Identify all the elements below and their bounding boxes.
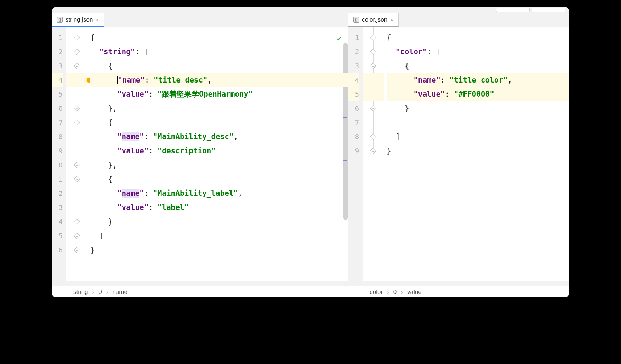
ide-window: {} string.json × 1 2 3 4 5 6 7 8 9 0 1 [52,7,569,297]
code-line[interactable]: } [387,144,569,158]
line-number: 4 [52,215,63,229]
horizontal-scrollbar[interactable] [348,281,569,286]
fold-toggle-icon[interactable] [74,106,80,112]
line-number: 1 [52,30,63,45]
code-area[interactable]: ✔ { "string": [ { "name": "title_desc", … [87,27,348,281]
fold-toggle-icon[interactable] [74,63,80,69]
fold-toggle-icon[interactable] [370,63,376,69]
tab-bar: {} color.json × [348,13,569,27]
line-number: 8 [52,130,63,144]
code-line[interactable]: } [90,215,348,229]
code-line[interactable]: { [90,59,348,73]
fold-toggle-icon[interactable] [74,233,80,239]
code-line[interactable]: "name": "MainAbility_desc", [90,130,348,144]
code-line[interactable]: "name": "MainAbility_label", [90,186,348,200]
code-line[interactable] [387,115,569,130]
close-icon[interactable]: × [96,17,99,23]
chevron-right-icon: › [387,289,389,296]
right-editor[interactable]: 1 2 3 4 5 6 7 8 9 [348,27,569,281]
fold-toggle-icon[interactable] [74,247,80,253]
tab-bar: {} string.json × [52,13,348,27]
line-number: 6 [52,101,63,115]
line-number: 6 [348,101,359,115]
code-line[interactable]: ] [387,130,569,144]
code-line[interactable]: "value": "#FF0000" [387,87,569,101]
breadcrumb-item[interactable]: color [370,289,383,296]
close-icon[interactable]: × [390,17,393,23]
fold-column [363,27,384,281]
code-line[interactable]: } [90,243,348,257]
code-line[interactable]: { [387,30,569,45]
line-number: 9 [348,144,359,158]
code-line[interactable]: ] [90,229,348,243]
line-number: 3 [52,200,63,215]
line-number: 2 [52,186,63,200]
fold-toggle-icon[interactable] [370,134,376,140]
line-number: 4 [52,73,63,87]
line-number: 3 [348,59,359,73]
fold-toggle-icon[interactable] [74,49,80,55]
line-number: 4 [348,73,359,87]
line-number: 8 [348,130,359,144]
fold-toggle-icon[interactable] [370,106,376,112]
json-file-icon: {} [353,17,359,23]
tab-label: color.json [362,16,387,23]
breadcrumb-item[interactable]: 0 [98,289,102,296]
breadcrumb[interactable]: color › 0 › value [348,286,569,297]
fold-toggle-icon[interactable] [370,35,376,41]
breadcrumb-item[interactable]: 0 [393,289,397,296]
fold-toggle-icon[interactable] [370,148,376,154]
code-line[interactable]: "name": "title_desc", [90,73,348,87]
breadcrumb-item[interactable]: value [407,289,422,296]
code-line[interactable]: "name": "title_color", [387,73,569,87]
tab-string-json[interactable]: {} string.json × [52,13,104,27]
fold-toggle-icon[interactable] [74,219,80,225]
fold-toggle-icon[interactable] [74,176,80,182]
code-line[interactable]: "value": "label" [90,200,348,215]
code-line[interactable]: { [387,59,569,73]
fold-toggle-icon[interactable] [74,162,80,168]
tab-color-json[interactable]: {} color.json × [348,13,399,27]
code-line[interactable]: { [90,30,348,45]
code-line[interactable]: "color": [ [387,45,569,59]
code-line[interactable]: { [90,172,348,186]
gutter: 1 2 3 4 5 6 7 8 9 0 1 2 3 4 5 6 [52,27,66,281]
code-line[interactable]: } [387,101,569,115]
line-number: 2 [348,45,359,59]
horizontal-scrollbar[interactable] [52,281,348,286]
code-line[interactable]: { [90,115,348,130]
breadcrumb-item[interactable]: name [112,289,127,296]
line-number: 1 [348,30,359,45]
fold-toggle-icon[interactable] [370,49,376,55]
right-pane: {} color.json × 1 2 3 4 5 6 7 8 9 [348,13,569,297]
fold-toggle-icon[interactable] [74,35,80,41]
tab-label: string.json [65,16,93,23]
code-area[interactable]: { "color": [ { "name": "title_color", "v… [384,27,569,281]
line-number: 2 [52,45,63,59]
code-line[interactable]: "string": [ [90,45,348,59]
code-line[interactable]: }, [90,101,348,115]
chevron-right-icon: › [401,289,403,296]
line-number: 5 [52,229,63,243]
left-editor[interactable]: 1 2 3 4 5 6 7 8 9 0 1 2 3 4 5 6 [52,27,348,281]
gutter: 1 2 3 4 5 6 7 8 9 [348,27,363,281]
line-number: 7 [52,115,63,130]
fold-column [66,27,87,281]
chevron-right-icon: › [92,289,95,296]
line-number: 0 [52,158,63,172]
top-toolbar [52,7,569,13]
fold-toggle-icon[interactable] [74,120,80,126]
breadcrumb[interactable]: string › 0 › name [52,286,348,297]
line-number: 1 [52,172,63,186]
line-number: 6 [52,243,63,257]
toolbar-button[interactable] [532,8,565,12]
line-number: 7 [348,115,359,130]
code-line[interactable]: }, [90,158,348,172]
breadcrumb-item[interactable]: string [73,289,88,296]
line-number: 3 [52,59,63,73]
toolbar-button[interactable] [496,8,530,12]
code-line[interactable]: "value": "description" [90,144,348,158]
code-line[interactable]: "value": "跟着坚果学OpenHarmony" [90,87,348,101]
line-number: 9 [52,144,63,158]
left-pane: {} string.json × 1 2 3 4 5 6 7 8 9 0 1 [52,13,348,297]
